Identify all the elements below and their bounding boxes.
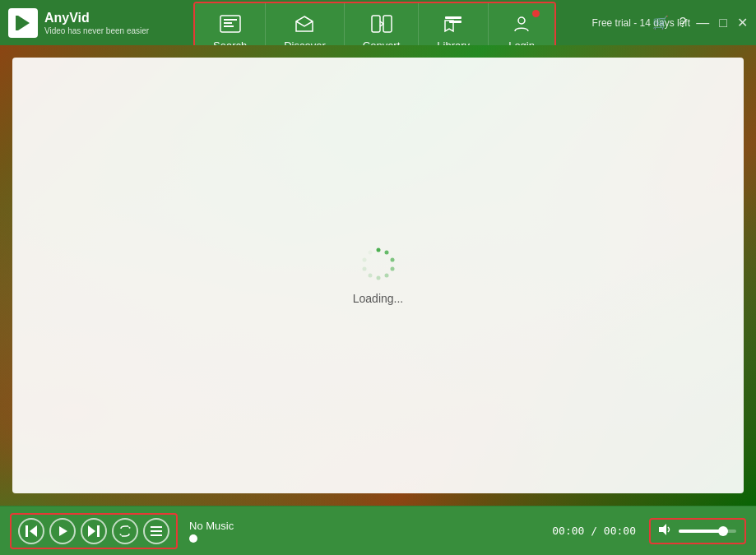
login-icon [513, 15, 531, 36]
login-notification-dot [532, 10, 540, 17]
search-icon [220, 15, 241, 36]
svg-rect-4 [224, 22, 232, 24]
track-info: No Music [184, 520, 239, 543]
svg-point-11 [376, 248, 380, 252]
help-icon[interactable]: ? [679, 16, 686, 30]
svg-rect-8 [445, 16, 461, 19]
convert-icon [371, 15, 392, 36]
loading-text: Loading... [353, 292, 404, 305]
svg-rect-26 [151, 526, 162, 528]
volume-fill [679, 530, 722, 533]
trial-info: Free trial - 14 days left [592, 17, 690, 29]
svg-point-19 [362, 258, 366, 262]
volume-control [649, 518, 746, 544]
next-button[interactable] [81, 518, 107, 544]
svg-point-14 [390, 267, 394, 271]
svg-point-17 [368, 274, 372, 278]
svg-marker-29 [659, 524, 666, 535]
discover-icon [295, 15, 314, 36]
volume-thumb[interactable] [718, 526, 728, 536]
svg-point-16 [376, 276, 380, 280]
content-panel: .spin-svg { animation: svgSpin 1s linear… [12, 58, 744, 493]
app-name: AnyVid [44, 10, 149, 25]
svg-marker-0 [18, 16, 30, 30]
logo-text: AnyVid Video has never been easier [44, 10, 149, 35]
loading-area: .spin-svg { animation: svgSpin 1s linear… [353, 246, 404, 305]
player-bar: No Music 00:00 / 00:00 [0, 506, 756, 555]
svg-point-13 [390, 258, 394, 262]
svg-rect-22 [26, 525, 28, 537]
svg-rect-3 [224, 19, 237, 21]
app-subtitle: Video has never been easier [44, 26, 149, 35]
maximize-button[interactable]: □ [719, 16, 727, 30]
svg-point-20 [368, 251, 372, 255]
close-button[interactable]: ✕ [737, 15, 748, 30]
play-button[interactable] [49, 518, 76, 544]
volume-slider[interactable] [679, 530, 736, 533]
svg-rect-25 [97, 525, 100, 537]
window-controls: Free trial - 14 days left 🛒 ? — □ ✕ [652, 15, 748, 30]
svg-marker-24 [88, 525, 95, 537]
svg-rect-1 [16, 16, 18, 30]
svg-rect-5 [224, 25, 234, 27]
loading-spinner: .spin-svg { animation: svgSpin 1s linear… [360, 246, 397, 282]
svg-rect-27 [151, 530, 162, 532]
minimize-button[interactable]: — [696, 16, 709, 30]
svg-marker-23 [59, 526, 67, 536]
app-logo-icon [8, 8, 38, 38]
repeat-button[interactable] [112, 518, 138, 544]
main-content: .spin-svg { animation: svgSpin 1s linear… [0, 45, 756, 506]
svg-rect-28 [151, 534, 162, 536]
library-icon [443, 15, 464, 36]
svg-rect-7 [383, 16, 392, 32]
track-name: No Music [189, 520, 234, 532]
logo-area: AnyVid Video has never been easier [8, 8, 149, 38]
cart-icon[interactable]: 🛒 [652, 15, 669, 30]
time-display: 00:00 / 00:00 [552, 525, 636, 537]
svg-marker-21 [30, 525, 37, 537]
svg-point-10 [518, 17, 525, 24]
playlist-button[interactable] [143, 518, 169, 544]
svg-point-18 [362, 267, 366, 271]
svg-point-12 [384, 251, 388, 255]
title-bar: AnyVid Video has never been easier Searc… [0, 0, 756, 45]
player-controls [10, 513, 178, 549]
volume-icon [659, 523, 674, 539]
track-position-dot[interactable] [189, 534, 197, 543]
svg-point-15 [384, 274, 388, 278]
prev-button[interactable] [18, 518, 44, 544]
svg-rect-6 [372, 16, 380, 32]
